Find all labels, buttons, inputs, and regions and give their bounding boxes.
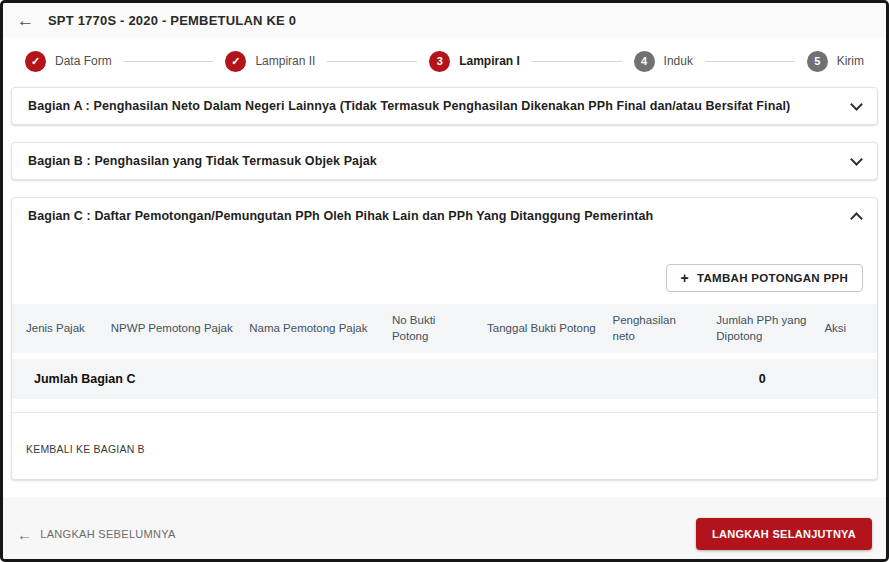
- step-data-form[interactable]: ✓ Data Form: [25, 51, 112, 72]
- plus-icon: +: [681, 271, 689, 285]
- col-npwp-pemotong: NPWP Pemotong Pajak: [103, 304, 241, 353]
- chevron-down-icon[interactable]: [850, 153, 863, 166]
- chevron-down-icon[interactable]: [850, 98, 863, 111]
- accordion-bagian-a: Bagian A : Penghasilan Neto Dalam Negeri…: [11, 87, 878, 125]
- step-number-badge: 5: [807, 51, 828, 72]
- col-penghasilan-neto: Penghasilan neto: [604, 304, 708, 353]
- col-aksi: Aksi: [816, 304, 877, 353]
- accordion-header-bagian-b[interactable]: Bagian B : Penghasilan yang Tidak Termas…: [12, 143, 877, 179]
- bagian-c-body: + TAMBAH POTONGAN PPH Jenis Pajak NPWP P…: [12, 234, 877, 479]
- total-value: 0: [708, 359, 816, 399]
- step-kirim[interactable]: 5 Kirim: [807, 51, 864, 72]
- step-number-badge: 3: [429, 51, 450, 72]
- col-no-bukti-potong: No Bukti Potong: [384, 304, 479, 353]
- back-arrow-icon[interactable]: ←: [17, 12, 34, 29]
- step-connector: [124, 61, 214, 62]
- accordion-title: Bagian C : Daftar Pemotongan/Pemungutan …: [28, 209, 653, 223]
- main-content: Bagian A : Penghasilan Neto Dalam Negeri…: [3, 85, 886, 497]
- back-arrow-icon: ←: [17, 527, 32, 542]
- add-button-label: TAMBAH POTONGAN PPH: [697, 272, 848, 284]
- step-connector: [532, 61, 622, 62]
- step-connector: [705, 61, 795, 62]
- accordion-bagian-c: Bagian C : Daftar Pemotongan/Pemungutan …: [11, 197, 878, 480]
- step-lampiran-1[interactable]: 3 Lampiran I: [429, 51, 520, 72]
- section-divider: [12, 412, 877, 413]
- tambah-potongan-pph-button[interactable]: + TAMBAH POTONGAN PPH: [666, 264, 863, 292]
- col-jumlah-pph-dipotong: Jumlah PPh yang Dipotong: [708, 304, 816, 353]
- step-check-icon: ✓: [225, 51, 246, 72]
- page-title: SPT 1770S - 2020 - PEMBETULAN KE 0: [48, 13, 296, 28]
- accordion-title: Bagian B : Penghasilan yang Tidak Termas…: [28, 154, 377, 168]
- step-label: Kirim: [837, 54, 864, 68]
- footer-bar: ← LANGKAH SEBELUMNYA LANGKAH SELANJUTNYA: [3, 497, 886, 562]
- potongan-pph-table: Jenis Pajak NPWP Pemotong Pajak Nama Pem…: [12, 304, 877, 399]
- step-label: Lampiran II: [255, 54, 315, 68]
- step-connector: [327, 61, 417, 62]
- step-number-badge: 4: [634, 51, 655, 72]
- header-bar: ← SPT 1770S - 2020 - PEMBETULAN KE 0: [3, 3, 886, 37]
- total-label: Jumlah Bagian C: [12, 359, 708, 399]
- col-tanggal-bukti-potong: Tanggal Bukti Potong: [479, 304, 604, 353]
- accordion-bagian-b: Bagian B : Penghasilan yang Tidak Termas…: [11, 142, 878, 180]
- accordion-header-bagian-a[interactable]: Bagian A : Penghasilan Neto Dalam Negeri…: [12, 88, 877, 124]
- step-label: Induk: [664, 54, 693, 68]
- col-nama-pemotong: Nama Pemotong Pajak: [241, 304, 384, 353]
- col-jenis-pajak: Jenis Pajak: [12, 304, 103, 353]
- total-row: Jumlah Bagian C 0: [12, 359, 877, 399]
- step-label: Data Form: [55, 54, 112, 68]
- spt-wizard-window: ← SPT 1770S - 2020 - PEMBETULAN KE 0 ✓ D…: [0, 0, 889, 562]
- step-induk[interactable]: 4 Induk: [634, 51, 693, 72]
- step-lampiran-2[interactable]: ✓ Lampiran II: [225, 51, 315, 72]
- prev-label: LANGKAH SEBELUMNYA: [40, 528, 175, 540]
- langkah-selanjutnya-button[interactable]: LANGKAH SELANJUTNYA: [696, 518, 872, 550]
- langkah-sebelumnya-link[interactable]: ← LANGKAH SEBELUMNYA: [17, 527, 176, 542]
- step-label: Lampiran I: [459, 54, 520, 68]
- total-aksi-empty: [816, 359, 877, 399]
- chevron-up-icon[interactable]: [850, 212, 863, 225]
- accordion-title: Bagian A : Penghasilan Neto Dalam Negeri…: [28, 99, 790, 113]
- accordion-header-bagian-c[interactable]: Bagian C : Daftar Pemotongan/Pemungutan …: [12, 198, 877, 234]
- wizard-stepper: ✓ Data Form ✓ Lampiran II 3 Lampiran I 4…: [3, 37, 886, 85]
- kembali-ke-bagian-b-link[interactable]: KEMBALI KE BAGIAN B: [26, 443, 145, 455]
- step-check-icon: ✓: [25, 51, 46, 72]
- table-header-row: Jenis Pajak NPWP Pemotong Pajak Nama Pem…: [12, 304, 877, 353]
